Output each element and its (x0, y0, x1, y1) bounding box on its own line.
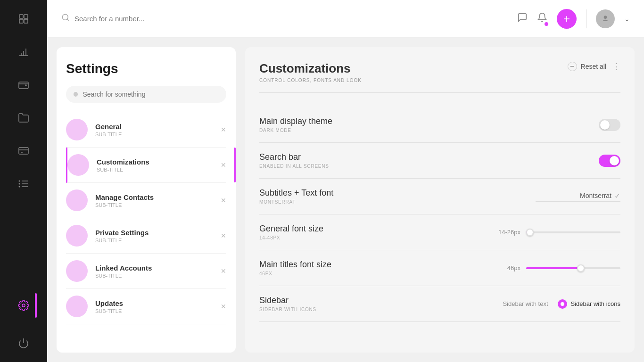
chat-icon[interactable] (517, 12, 528, 25)
main-theme-sublabel: DARK MODE (259, 128, 599, 133)
private-info: Private Settings SUB-TITLE (95, 229, 221, 243)
sidebar-with-text-option[interactable]: Sidebar with text (503, 300, 548, 307)
private-name: Private Settings (95, 229, 221, 237)
more-options-icon[interactable]: ⋮ (612, 61, 620, 72)
main-titles-font-size-slider[interactable] (526, 267, 620, 269)
text-font-label: Subtitles + Text font (259, 188, 536, 198)
list-icon[interactable] (14, 174, 33, 193)
analytics-icon[interactable] (14, 42, 33, 61)
folder-icon[interactable] (14, 108, 33, 127)
settings-search-box[interactable] (66, 86, 226, 103)
private-chevron: ✕ (221, 232, 226, 239)
settings-search-input[interactable] (83, 90, 219, 98)
settings-item-linked[interactable]: Linked Accounts SUB-TITLE ✕ (66, 254, 226, 289)
general-sub: SUB-TITLE (95, 132, 221, 137)
general-chevron: ✕ (221, 126, 226, 133)
text-font-row: Subtitles + Text font MONTSERRAT Montser… (259, 179, 620, 214)
settings-item-customizations[interactable]: Customizations SUB-TITLE ✕ (66, 148, 226, 183)
settings-item-private[interactable]: Private Settings SUB-TITLE ✕ (66, 218, 226, 254)
sidebar-with-icons-option[interactable]: Sidebar with icons (558, 299, 621, 309)
font-selector: Montserrat ✓ (536, 191, 620, 200)
radio-inner (561, 302, 564, 306)
search-icon (61, 13, 70, 24)
svg-rect-0 (19, 15, 23, 18)
minus-icon: − (568, 62, 577, 71)
svg-rect-1 (24, 15, 28, 18)
svg-rect-2 (19, 19, 23, 23)
updates-chevron: ✕ (221, 303, 226, 310)
search-bar-sublabel: ENABLED IN ALL SCREENS (259, 164, 599, 169)
nav-sidebar (0, 0, 47, 362)
svg-point-9 (19, 181, 20, 182)
sidebar-options: Sidebar with text Sidebar with icons (503, 299, 620, 309)
chevron-down-icon[interactable]: ⌄ (624, 15, 630, 23)
toggle-knob (600, 120, 610, 130)
search-bar-label: Search bar (259, 152, 599, 162)
linked-info: Linked Accounts SUB-TITLE (95, 264, 221, 279)
customizations-avatar (67, 154, 89, 176)
top-bar: + ⌄ (47, 0, 644, 38)
settings-panel: Settings General SUB-TITLE ✕ Customizati… (57, 47, 236, 353)
radio-selected-icon (558, 299, 567, 309)
svg-rect-4 (19, 82, 28, 89)
wallet-icon[interactable] (14, 75, 33, 94)
main-theme-label: Main display theme (259, 116, 599, 126)
main-titles-slider-fill (526, 267, 581, 269)
linked-chevron: ✕ (221, 267, 226, 275)
manage-contacts-chevron: ✕ (221, 197, 226, 204)
updates-sub: SUB-TITLE (95, 308, 221, 314)
reset-all-button[interactable]: − Reset all (568, 62, 606, 71)
add-button[interactable]: + (557, 9, 577, 29)
text-font-sublabel: MONTSERRAT (259, 199, 536, 205)
main-theme-row: Main display theme DARK MODE (259, 107, 620, 143)
notification-icon[interactable] (537, 12, 547, 25)
updates-info: Updates SUB-TITLE (95, 299, 221, 314)
font-edit-icon[interactable]: ✓ (614, 191, 620, 200)
search-bar-toggle[interactable] (599, 155, 620, 167)
search-bar-row: Search bar ENABLED IN ALL SCREENS (259, 143, 620, 179)
updates-avatar (66, 296, 88, 317)
private-avatar (66, 225, 88, 247)
power-icon[interactable] (14, 334, 33, 353)
main-theme-toggle[interactable] (599, 119, 620, 131)
divider (586, 9, 586, 28)
sidebar-label: Sidebar (259, 296, 503, 305)
customizations-subtitle: CONTROL COLORS, FONTS AND LOOK (259, 78, 362, 83)
svg-line-15 (67, 19, 68, 20)
general-font-size-sublabel: 14-48PX (259, 235, 470, 240)
main-titles-font-size-sublabel: 46PX (259, 271, 470, 276)
sidebar-with-text-label: Sidebar with text (503, 300, 548, 307)
main-titles-font-size-label: Main titles font size (259, 260, 470, 270)
svg-point-10 (19, 183, 20, 185)
updates-name: Updates (95, 299, 221, 307)
settings-item-updates[interactable]: Updates SUB-TITLE ✕ (66, 289, 226, 324)
main-search-input[interactable] (74, 15, 216, 23)
manage-contacts-sub: SUB-TITLE (95, 202, 221, 208)
card-icon[interactable] (14, 141, 33, 160)
font-value: Montserrat (580, 192, 611, 199)
manage-contacts-info: Manage Contacts SUB-TITLE (95, 193, 221, 208)
general-font-size-slider[interactable] (526, 231, 620, 233)
settings-nav-icon[interactable] (14, 296, 33, 315)
svg-rect-3 (24, 19, 28, 23)
content-area: Settings General SUB-TITLE ✕ Customizati… (47, 38, 644, 362)
search-area (61, 13, 517, 24)
slider-thumb[interactable] (526, 229, 534, 236)
customizations-panel: Customizations CONTROL COLORS, FONTS AND… (245, 47, 635, 353)
customizations-title-block: Customizations CONTROL COLORS, FONTS AND… (259, 61, 362, 83)
sidebar-sublabel: SIDEBAR WITH ICONS (259, 307, 503, 312)
dashboard-icon[interactable] (14, 9, 33, 28)
settings-item-manage-contacts[interactable]: Manage Contacts SUB-TITLE ✕ (66, 183, 226, 218)
general-font-size-label: General font size (259, 224, 470, 234)
avatar (596, 9, 615, 28)
settings-item-general[interactable]: General SUB-TITLE ✕ (66, 112, 226, 148)
main-titles-slider-thumb[interactable] (577, 264, 585, 272)
search-dot-icon (74, 92, 78, 97)
settings-title: Settings (66, 61, 226, 76)
top-bar-actions: + ⌄ (517, 9, 630, 29)
linked-avatar (66, 260, 88, 282)
sidebar-row: Sidebar SIDEBAR WITH ICONS Sidebar with … (259, 286, 620, 322)
customizations-chevron: ✕ (221, 161, 226, 169)
general-font-size-row: General font size 14-48PX 14-26px (259, 214, 620, 250)
linked-name: Linked Accounts (95, 264, 221, 272)
